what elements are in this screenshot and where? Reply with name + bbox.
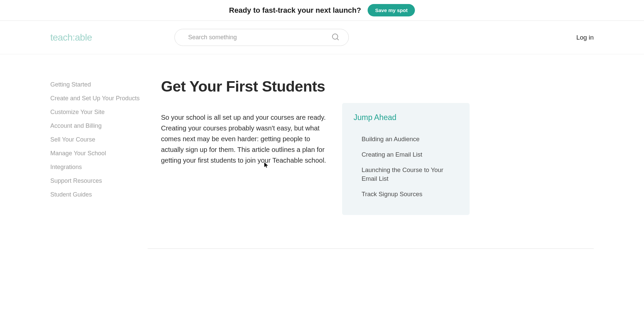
search-icon[interactable] xyxy=(331,33,339,42)
sidebar-item-student-guides[interactable]: Student Guides xyxy=(50,188,148,202)
sidebar-item-manage-school[interactable]: Manage Your School xyxy=(50,147,148,160)
logo[interactable]: teach:able xyxy=(50,32,174,43)
jump-ahead-title: Jump Ahead xyxy=(354,113,458,122)
promo-banner: Ready to fast-track your next launch? Sa… xyxy=(0,0,644,21)
jump-link-building-audience[interactable]: Building an Audience xyxy=(354,131,458,147)
sidebar-item-support-resources[interactable]: Support Resources xyxy=(50,174,148,188)
page-title: Get Your First Students xyxy=(161,78,329,95)
svg-line-1 xyxy=(337,38,338,40)
article-intro: So your school is all set up and your co… xyxy=(161,112,329,166)
sidebar-item-sell-course[interactable]: Sell Your Course xyxy=(50,133,148,147)
login-link[interactable]: Log in xyxy=(576,34,594,41)
jump-link-track-signup[interactable]: Track Signup Sources xyxy=(354,186,458,202)
sidebar: Getting Started Create and Set Up Your P… xyxy=(50,78,148,215)
jump-ahead-box: Jump Ahead Building an Audience Creating… xyxy=(342,103,470,215)
search-input[interactable] xyxy=(174,29,349,46)
article: Get Your First Students So your school i… xyxy=(161,78,329,215)
divider xyxy=(148,249,594,249)
save-spot-button[interactable]: Save my spot xyxy=(368,4,415,16)
search-container xyxy=(174,29,349,46)
jump-link-launching-course[interactable]: Launching the Course to Your Email List xyxy=(354,162,458,186)
jump-link-creating-email-list[interactable]: Creating an Email List xyxy=(354,147,458,162)
sidebar-item-create-products[interactable]: Create and Set Up Your Products xyxy=(50,92,148,105)
sidebar-item-customize-site[interactable]: Customize Your Site xyxy=(50,105,148,119)
sidebar-item-integrations[interactable]: Integrations xyxy=(50,160,148,174)
header: teach:able Log in xyxy=(0,21,644,54)
main-container: Getting Started Create and Set Up Your P… xyxy=(0,54,644,228)
sidebar-item-account-billing[interactable]: Account and Billing xyxy=(50,119,148,133)
promo-text: Ready to fast-track your next launch? xyxy=(229,6,361,15)
sidebar-item-getting-started[interactable]: Getting Started xyxy=(50,78,148,92)
